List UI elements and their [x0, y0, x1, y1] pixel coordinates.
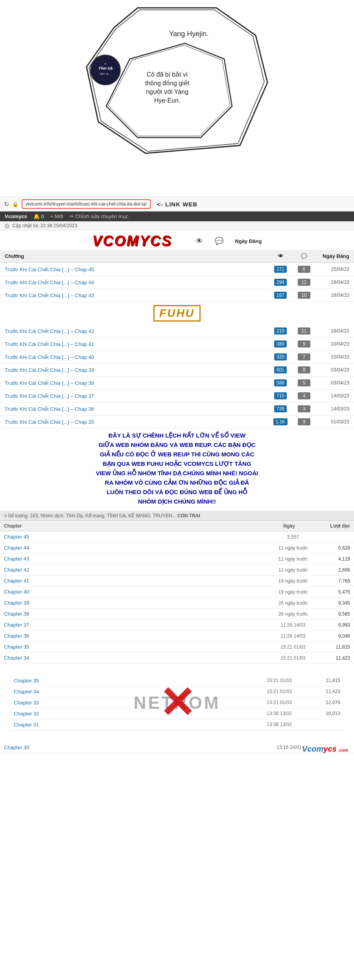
row-date: 03/04/23	[314, 367, 349, 373]
notice-line5: VIEW ỦNG HỖ NHÓM TĨNH DẠ CHÚNG MÌNH NHÉ!…	[96, 470, 258, 476]
chapter-name-link[interactable]: Chapter 37	[4, 622, 267, 628]
chapter-list-item: Chapter 41 19 ngày trước 7,769	[0, 575, 354, 587]
row-title[interactable]: Trước Khi Cái Chết Chia [...] – Chap 45	[5, 267, 267, 272]
row-title[interactable]: Trước Khi Cái Chết Chia [...] – Chap 40	[5, 354, 267, 360]
cms-edit-button[interactable]: ✏ Chỉnh sửa chuyên mục	[70, 213, 129, 219]
row-views: 726	[267, 405, 294, 412]
chapter-name-link[interactable]: Chapter 44	[4, 545, 267, 551]
chapter-name-link[interactable]: Chapter 38	[4, 611, 267, 617]
chapter-list-header-bar: ≡ Số lượng: 163, Nhóm dịch: Tĩnh Dạ, Kể …	[0, 511, 354, 521]
row-date: 01/03/23	[314, 419, 349, 425]
chapter-date: 11 ngày trước	[267, 556, 319, 562]
url-display[interactable]: vivicomi.info/truyen-tranh/truoc-khi-cai…	[22, 199, 151, 209]
row-title[interactable]: Trước Khi Cái Chết Chia [...] – Chap 41	[5, 341, 267, 347]
row-date: 10/04/23	[314, 341, 349, 347]
row-title[interactable]: Trước Khi Cái Chết Chia [...] – Chap 36	[5, 406, 267, 412]
notice-line7: LUÔN THEO DÕI VÀ ĐỌC ĐÚNG WEB ĐỂ ỦNG HỖ	[107, 489, 247, 495]
row-title[interactable]: Trước Khi Cái Chết Chia [...] – Chap 43	[5, 292, 267, 298]
row-comments: 11	[294, 327, 314, 335]
notice-line8: NHÓM DỊCH CHÚNG MÌNH!!	[138, 498, 216, 505]
chapter-views: 5,475	[319, 589, 350, 595]
chapter-list-site-info: ≡ Số lượng: 163, Nhóm dịch: Tĩnh Dạ, Kể …	[4, 513, 200, 518]
table-row: Trước Khi Cái Chết Chia [...] – Chap 42 …	[0, 325, 354, 338]
row-date: 14/03/23	[314, 393, 349, 399]
vcomycs-logo: VCOMYCS	[92, 233, 172, 249]
notice-line3: GIẢ NẾU CÓ ĐỌC Ở WEB REUP THÌ CŨNG MONG …	[100, 451, 254, 458]
row-comments: 3	[294, 405, 314, 412]
netrom-section: Chapter 35 15:21 01/03 11,815 Chapter 34…	[0, 664, 354, 742]
chapter-list-item: Chapter 43 11 ngày trước 4,118	[0, 553, 354, 564]
refresh-icon[interactable]: ↻	[4, 200, 9, 208]
chapter-list-item: Chapter 36 11:26 14/03 9,048	[0, 631, 354, 642]
fuhu-logo-overlay: FUHU	[0, 302, 354, 325]
table-row: Trước Khi Cái Chết Chia [...] – Chap 40 …	[0, 351, 354, 364]
row-comments: 9	[294, 340, 314, 348]
browser-bar: ↻ 🔒 vivicomi.info/truyen-tranh/truoc-khi…	[0, 197, 354, 211]
chapter-views: 9,345	[319, 600, 350, 606]
chapter-views: 11,815	[319, 644, 350, 650]
row-views: 219	[267, 327, 294, 335]
chapter-date: 11 ngày trước	[267, 545, 319, 551]
chapter-date: 19 ngày trước	[267, 589, 319, 595]
row-title[interactable]: Trước Khi Cái Chết Chia [...] – Chap 39	[5, 367, 267, 373]
table-row: Trước Khi Cái Chết Chia [...] – Chap 37 …	[0, 390, 354, 403]
row-title[interactable]: Trước Khi Cái Chết Chia [...] – Chap 37	[5, 393, 267, 399]
svg-text:Yang Hyejin.: Yang Hyejin.	[169, 30, 209, 38]
chapter-list: Chapter 45 3,557 Chapter 44 11 ngày trướ…	[0, 531, 354, 664]
chapter-name-link[interactable]: Chapter 43	[4, 556, 267, 562]
chapter-name-link[interactable]: Chapter 45	[4, 534, 267, 540]
row-date: 14/03/23	[314, 406, 349, 412]
chapter-date: 11:26 14/03	[267, 633, 319, 639]
chapter-name-link[interactable]: Chapter 41	[4, 578, 267, 584]
update-text: Cập nhật lúc 22:38 25/04/2023.	[12, 223, 78, 228]
manga-svg: Yang Hyejin. Cô đã bị bắt vì thông đồng …	[67, 4, 287, 193]
chapter-views: 7,769	[319, 578, 350, 584]
chapter-list-item: Chapter 45 3,557	[0, 531, 354, 542]
chapter-30-link[interactable]: Chapter 30	[4, 745, 260, 750]
row-title[interactable]: Trước Khi Cái Chết Chia [...] – Chap 35	[5, 419, 267, 425]
manga-panel: Yang Hyejin. Cô đã bị bắt vì thông đồng …	[0, 0, 354, 197]
cms-site-name: Vcomycs	[5, 213, 27, 219]
chapter-list-item: Chapter 35 15:21 01/03 11,815	[0, 642, 354, 653]
row-comments: 8	[294, 366, 314, 373]
svg-text:Cô đã bị bắt vì: Cô đã bị bắt vì	[147, 71, 188, 78]
vcomycs-watermark: Vcomycs .com	[302, 745, 348, 753]
row-date: 10/04/23	[314, 354, 349, 360]
svg-text:đọc là...: đọc là...	[100, 72, 111, 75]
chapter-list-item: Chapter 42 11 ngày trước 2,606	[0, 564, 354, 575]
svg-text:✦: ✦	[104, 63, 107, 65]
final-chapter-rows: Chapter 30 13:16 24/01 Vcomycs .com	[0, 742, 354, 753]
table-row: Trước Khi Cái Chết Chia [...] – Chap 39 …	[0, 364, 354, 377]
row-views: 294	[267, 279, 294, 286]
chapter-date: 26 ngày trước	[267, 611, 319, 617]
notice-line1: ĐÂY LÀ SỰ CHÊNH LỆCH RẤT LỚN VỀ SỐ VIEW	[109, 432, 245, 439]
chapter-name-link[interactable]: Chapter 39	[4, 600, 267, 606]
row-title[interactable]: Trước Khi Cái Chết Chia [...] – Chap 38	[5, 380, 267, 386]
chapter-date: 11:26 14/03	[267, 622, 319, 628]
row-comments: 9	[294, 418, 314, 425]
notice-line4: BẠN QUA WEB FUHU HOẶC VCOMYCS LƯỢT TĂNG	[103, 460, 251, 467]
cms-notif[interactable]: 🔔 0	[33, 213, 44, 219]
chapter-date: 3,557	[267, 534, 319, 540]
chapter-name-link[interactable]: Chapter 36	[4, 633, 267, 639]
notice-line6: RA NHÓM VÔ CÙNG CẢM ƠN NHỮNG ĐỘC GIẢ ĐÃ	[105, 479, 249, 486]
row-views: 171	[267, 266, 294, 273]
chapter-list-item: Chapter 37 11:26 14/03 6,993	[0, 620, 354, 631]
row-title[interactable]: Trước Khi Cái Chết Chia [...] – Chap 44	[5, 279, 267, 285]
cms-new-button[interactable]: + Mới	[50, 213, 63, 219]
update-line: Cập nhật lúc 22:38 25/04/2023.	[0, 221, 354, 230]
main-table: Trước Khi Cái Chết Chia [...] – Chap 45 …	[0, 263, 354, 302]
chapter-name-link[interactable]: Chapter 34	[4, 655, 267, 661]
row-title[interactable]: Trước Khi Cái Chết Chia [...] – Chap 42	[5, 328, 267, 334]
ch-col-date-header: Ngày	[260, 523, 319, 529]
chapter-name-link[interactable]: Chapter 40	[4, 589, 267, 595]
chapter-name-link[interactable]: Chapter 42	[4, 567, 267, 573]
svg-text:người với Yang: người với Yang	[146, 88, 188, 95]
chapter-views: 8,585	[319, 611, 350, 617]
row-date: 25/04/23	[314, 267, 349, 272]
chapter-views: 9,048	[319, 633, 350, 639]
table-header: Chương 👁 💬 Ngày Đăng	[0, 250, 354, 263]
chapter-name-link[interactable]: Chapter 35	[4, 644, 267, 650]
lock-icon: 🔒	[12, 201, 18, 207]
row-date: 18/04/23	[314, 292, 349, 298]
